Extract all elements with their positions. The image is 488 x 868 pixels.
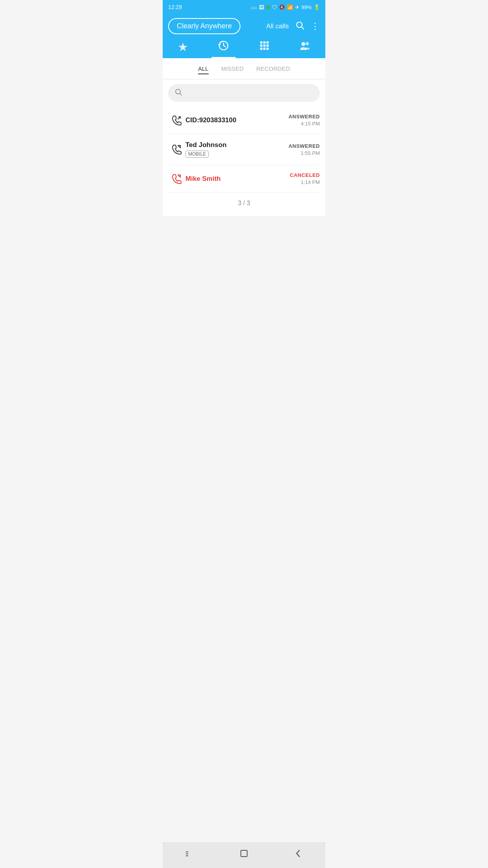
voicemail-icon: ⌕⌕ bbox=[251, 4, 257, 10]
call-status-3: CANCELED 1:14 PM bbox=[290, 172, 320, 185]
call-status-text-3: CANCELED bbox=[290, 172, 320, 178]
battery-icon: 🔋 bbox=[314, 4, 320, 10]
tab-recents[interactable] bbox=[204, 40, 244, 58]
filter-missed[interactable]: MISSED bbox=[221, 65, 244, 74]
search-icon[interactable] bbox=[295, 20, 305, 32]
nav-tabs: ★ bbox=[163, 37, 325, 58]
svg-rect-7 bbox=[263, 44, 266, 47]
call-icon-1 bbox=[168, 115, 185, 125]
airplane-icon: ✈ bbox=[295, 4, 299, 10]
favorites-icon: ★ bbox=[178, 40, 188, 54]
filter-tabs: ALL MISSED RECORDED bbox=[163, 58, 325, 79]
call-time-3: 1:14 PM bbox=[290, 179, 320, 185]
more-options-icon[interactable]: ⋮ bbox=[311, 21, 320, 31]
search-input-icon bbox=[174, 88, 182, 98]
photo-icon: 🖼 bbox=[259, 4, 264, 10]
header-actions: All calls ⋮ bbox=[266, 20, 320, 32]
call-list: CID:9203833100 ANSWERED 4:15 PM Ted John… bbox=[163, 107, 325, 193]
all-calls-label: All calls bbox=[266, 22, 289, 30]
search-input[interactable] bbox=[185, 90, 314, 97]
svg-rect-3 bbox=[260, 41, 262, 44]
call-status-1: ANSWERED 4:15 PM bbox=[288, 114, 320, 127]
wifi-shield-icon: 🛡 bbox=[272, 4, 277, 10]
status-bar: 12:29 ⌕⌕ 🖼 🛡 🔇 📶 ✈ 99% 🔋 bbox=[163, 0, 325, 14]
svg-point-13 bbox=[306, 42, 309, 45]
svg-rect-5 bbox=[266, 41, 269, 44]
filter-all[interactable]: ALL bbox=[198, 65, 209, 74]
call-info-3: Mike Smith bbox=[185, 175, 290, 183]
dialpad-icon bbox=[259, 40, 270, 54]
recents-icon bbox=[218, 40, 229, 54]
call-item[interactable]: Ted Johnson MOBILE ANSWERED 1:55 PM bbox=[168, 134, 320, 165]
battery-text: 99% bbox=[301, 4, 312, 10]
svg-rect-11 bbox=[266, 48, 269, 50]
caller-name-2: Ted Johnson bbox=[185, 141, 288, 149]
svg-rect-9 bbox=[260, 48, 262, 50]
call-status-text-1: ANSWERED bbox=[288, 114, 320, 120]
caller-name-1: CID:9203833100 bbox=[185, 116, 288, 124]
call-time-2: 1:55 PM bbox=[288, 150, 320, 156]
tab-favorites[interactable]: ★ bbox=[163, 40, 204, 58]
status-icons: ⌕⌕ 🖼 🛡 🔇 📶 ✈ 99% 🔋 bbox=[251, 4, 320, 10]
call-status-text-2: ANSWERED bbox=[288, 143, 320, 149]
caller-badge-2: MOBILE bbox=[185, 151, 209, 158]
call-item[interactable]: Mike Smith CANCELED 1:14 PM bbox=[168, 165, 320, 193]
active-dot bbox=[266, 5, 270, 9]
svg-line-15 bbox=[180, 94, 182, 95]
svg-point-12 bbox=[301, 42, 305, 46]
call-icon-2 bbox=[168, 144, 185, 154]
contacts-icon bbox=[299, 40, 311, 54]
status-time: 12:29 bbox=[168, 4, 182, 10]
svg-point-14 bbox=[176, 89, 180, 94]
svg-line-1 bbox=[302, 27, 304, 29]
mute-icon: 🔇 bbox=[279, 4, 285, 10]
svg-rect-6 bbox=[260, 44, 262, 47]
tab-dialpad[interactable] bbox=[244, 40, 285, 58]
call-info-2: Ted Johnson MOBILE bbox=[185, 141, 288, 158]
pagination: 3 / 3 bbox=[163, 193, 325, 216]
call-icon-3 bbox=[168, 174, 185, 184]
call-item[interactable]: CID:9203833100 ANSWERED 4:15 PM bbox=[168, 107, 320, 134]
svg-rect-4 bbox=[263, 41, 266, 44]
svg-rect-10 bbox=[263, 48, 266, 50]
pagination-label: 3 / 3 bbox=[238, 200, 250, 206]
call-info-1: CID:9203833100 bbox=[185, 116, 288, 124]
search-bar bbox=[163, 79, 325, 107]
call-status-2: ANSWERED 1:55 PM bbox=[288, 143, 320, 156]
app-title-button[interactable]: Clearly Anywhere bbox=[168, 18, 240, 34]
filter-recorded[interactable]: RECORDED bbox=[256, 65, 290, 74]
call-time-1: 4:15 PM bbox=[288, 121, 320, 127]
caller-name-3: Mike Smith bbox=[185, 175, 290, 183]
wifi-icon: 📶 bbox=[287, 4, 293, 10]
svg-rect-8 bbox=[266, 44, 269, 47]
tab-contacts[interactable] bbox=[285, 40, 326, 58]
search-input-wrap[interactable] bbox=[168, 84, 320, 102]
app-header: Clearly Anywhere All calls ⋮ bbox=[163, 14, 325, 37]
